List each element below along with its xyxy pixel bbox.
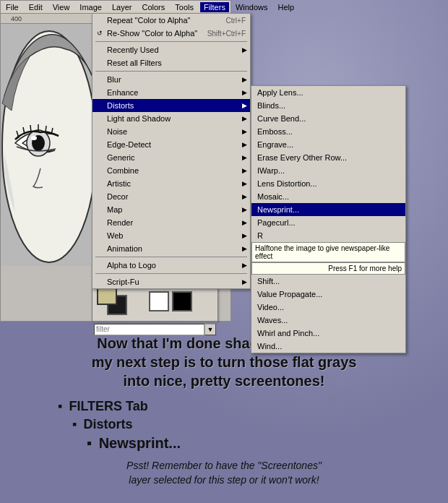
shortcut-repeat: Ctrl+F	[226, 17, 246, 25]
menu-reshow-color-to-alpha[interactable]: ↺ Re-Show "Color to Alpha" Shift+Ctrl+F	[92, 27, 250, 40]
menu-distorts[interactable]: Distorts ▶	[92, 99, 250, 112]
arrow-icon-render: ▶	[242, 219, 247, 226]
black-swatch[interactable]	[172, 291, 192, 311]
menu-map[interactable]: Map ▶	[92, 203, 250, 216]
separator-3	[95, 257, 247, 257]
menu-file[interactable]: File	[2, 2, 22, 12]
menu-recently-used[interactable]: Recently Used ▶	[92, 43, 250, 56]
menu-tools[interactable]: Tools	[171, 2, 197, 12]
step3-label: Newsprint...	[58, 435, 434, 452]
eye-drawing	[1, 24, 98, 266]
distort-curve-bend[interactable]: Curve Bend...	[251, 112, 405, 125]
menu-reset-all-filters[interactable]: Reset all Filters	[92, 56, 250, 69]
svg-line-9	[46, 126, 46, 132]
menu-repeat-color-to-alpha[interactable]: Repeat "Color to Alpha" Ctrl+F	[92, 14, 250, 27]
menu-decor[interactable]: Decor ▶	[92, 190, 250, 203]
distort-whirl-pinch[interactable]: Whirl and Pinch...	[251, 327, 405, 340]
menu-edit[interactable]: Edit	[25, 2, 46, 12]
arrow-icon-scriptfu: ▶	[242, 278, 247, 285]
menu-edge-detect[interactable]: Edge-Detect ▶	[92, 138, 250, 151]
menu-script-fu[interactable]: Script-Fu ▶	[92, 275, 250, 288]
distort-mosaic[interactable]: Mosaic...	[251, 190, 405, 203]
distort-pagecurl[interactable]: Pagecurl...	[251, 216, 405, 229]
separator-2	[95, 71, 247, 72]
step2-label: Distorts	[58, 417, 434, 432]
menu-animation[interactable]: Animation ▶	[92, 242, 250, 255]
white-swatch[interactable]	[149, 291, 169, 311]
arrow-icon-generic: ▶	[242, 154, 247, 161]
shortcut-reshow: Shift+Ctrl+F	[207, 30, 246, 38]
arrow-icon-combine: ▶	[242, 167, 247, 174]
menu-image[interactable]: Image	[76, 2, 105, 12]
distort-engrave[interactable]: Engrave...	[251, 138, 405, 151]
arrow-icon-distorts: ▶	[242, 102, 247, 109]
arrow-icon-artistic: ▶	[242, 180, 247, 187]
arrow-icon-edge: ▶	[242, 141, 247, 148]
arrow-icon: ▶	[242, 46, 247, 53]
distort-wind[interactable]: Wind...	[251, 340, 405, 353]
distort-emboss[interactable]: Emboss...	[251, 125, 405, 138]
menu-help[interactable]: Help	[275, 2, 298, 12]
menu-enhance[interactable]: Enhance ▶	[92, 86, 250, 99]
distort-shift[interactable]: Shift...	[251, 275, 405, 288]
svg-point-4	[31, 136, 37, 140]
reshow-icon: ↺	[95, 28, 105, 38]
arrow-icon-map: ▶	[242, 206, 247, 213]
distort-blinds[interactable]: Blinds...	[251, 99, 405, 112]
canvas-area	[1, 24, 98, 266]
tooltip-newsprint: Halftone the image to give newspaper-lik…	[251, 242, 405, 262]
svg-line-7	[30, 125, 31, 132]
distort-lens-distortion[interactable]: Lens Distortion...	[251, 177, 405, 190]
ruler-label: 400	[11, 15, 22, 22]
tooltip-help: Press F1 for more help	[251, 262, 405, 275]
menu-blur[interactable]: Blur ▶	[92, 73, 250, 86]
distort-newsprint[interactable]: Newsprint...	[251, 203, 405, 216]
menu-light-shadow[interactable]: Light and Shadow ▶	[92, 112, 250, 125]
menu-view[interactable]: View	[49, 2, 74, 12]
arrow-icon-blur: ▶	[242, 76, 247, 83]
distort-value-propagate[interactable]: Value Propagate...	[251, 288, 405, 301]
arrow-icon-animation: ▶	[242, 245, 247, 252]
menu-windows[interactable]: Windows	[232, 2, 272, 12]
menu-colors[interactable]: Colors	[138, 2, 168, 12]
menu-layer[interactable]: Layer	[108, 2, 136, 12]
menu-filters[interactable]: Filters	[200, 2, 229, 12]
separator-1	[95, 41, 247, 42]
italic-note: Psst! Remember to have the "Screentones"…	[126, 459, 322, 487]
menu-generic[interactable]: Generic ▶	[92, 151, 250, 164]
arrow-icon-light: ▶	[242, 115, 247, 122]
distort-erase-every-other[interactable]: Erase Every Other Row...	[251, 151, 405, 164]
distort-r[interactable]: R	[251, 229, 405, 242]
step1-label: FILTERS Tab	[58, 399, 434, 414]
menu-bar: File Edit View Image Layer Colors Tools …	[1, 1, 231, 14]
arrow-icon-enhance: ▶	[242, 89, 247, 96]
distort-video[interactable]: Video...	[251, 301, 405, 314]
menu-noise[interactable]: Noise ▶	[92, 125, 250, 138]
menu-web[interactable]: Web ▶	[92, 229, 250, 242]
menu-alpha-to-logo[interactable]: Alpha to Logo ▶	[92, 259, 250, 272]
distorts-submenu: Apply Lens... Blinds... Curve Bend... Em…	[251, 85, 406, 353]
arrow-icon-web: ▶	[242, 232, 247, 239]
arrow-icon-alpha: ▶	[242, 262, 247, 269]
distort-waves[interactable]: Waves...	[251, 314, 405, 327]
menu-combine[interactable]: Combine ▶	[92, 164, 250, 177]
separator-4	[95, 273, 247, 274]
arrow-icon-noise: ▶	[242, 128, 247, 135]
distort-apply-lens[interactable]: Apply Lens...	[251, 86, 405, 99]
distort-iwarp[interactable]: IWarp...	[251, 164, 405, 177]
filters-menu: Repeat "Color to Alpha" Ctrl+F ↺ Re-Show…	[92, 13, 251, 289]
menu-render[interactable]: Render ▶	[92, 216, 250, 229]
menu-artistic[interactable]: Artistic ▶	[92, 177, 250, 190]
arrow-icon-decor: ▶	[242, 193, 247, 200]
